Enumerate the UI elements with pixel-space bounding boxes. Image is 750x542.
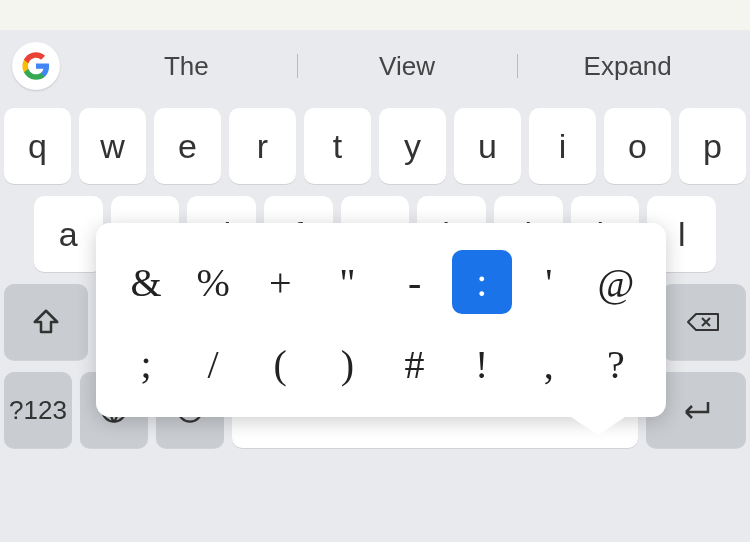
popup-key-slash[interactable]: / <box>183 332 243 396</box>
symbols-key[interactable]: ?123 <box>4 372 72 448</box>
popup-key-rparen[interactable]: ) <box>317 332 377 396</box>
key-row-1: q w e r t y u i o p <box>4 108 746 184</box>
popup-key-hash[interactable]: # <box>385 332 445 396</box>
popup-key-colon[interactable]: : <box>452 250 512 314</box>
popup-key-at[interactable]: @ <box>586 250 646 314</box>
google-icon[interactable] <box>12 42 60 90</box>
suggestion-2[interactable]: View <box>297 51 518 82</box>
popup-key-dquote[interactable]: " <box>317 250 377 314</box>
key-q[interactable]: q <box>4 108 71 184</box>
popup-key-comma[interactable]: , <box>519 332 579 396</box>
shift-icon <box>31 307 61 337</box>
backspace-key[interactable] <box>662 284 746 360</box>
popup-key-percent[interactable]: % <box>183 250 243 314</box>
suggestion-3[interactable]: Expand <box>517 51 738 82</box>
key-r[interactable]: r <box>229 108 296 184</box>
popup-key-lparen[interactable]: ( <box>250 332 310 396</box>
popup-key-squote[interactable]: ' <box>519 250 579 314</box>
key-y[interactable]: y <box>379 108 446 184</box>
key-t[interactable]: t <box>304 108 371 184</box>
key-p[interactable]: p <box>679 108 746 184</box>
key-w[interactable]: w <box>79 108 146 184</box>
key-u[interactable]: u <box>454 108 521 184</box>
suggestion-1[interactable]: The <box>76 51 297 82</box>
enter-icon <box>678 398 714 422</box>
key-e[interactable]: e <box>154 108 221 184</box>
popup-key-dash[interactable]: - <box>385 250 445 314</box>
popup-key-plus[interactable]: + <box>250 250 310 314</box>
popup-key-semicolon[interactable]: ; <box>116 332 176 396</box>
symbol-popup: & % + " - : ' @ ; / ( ) # ! , ? <box>96 223 666 417</box>
key-o[interactable]: o <box>604 108 671 184</box>
suggestion-bar: The View Expand <box>0 30 750 102</box>
popup-row-2: ; / ( ) # ! , ? <box>116 323 646 405</box>
popup-key-bang[interactable]: ! <box>452 332 512 396</box>
popup-key-amp[interactable]: & <box>116 250 176 314</box>
key-i[interactable]: i <box>529 108 596 184</box>
content-area-edge <box>0 0 750 30</box>
popup-row-1: & % + " - : ' @ <box>116 241 646 323</box>
shift-key[interactable] <box>4 284 88 360</box>
popup-key-question[interactable]: ? <box>586 332 646 396</box>
backspace-icon <box>686 307 722 337</box>
key-a[interactable]: a <box>34 196 103 272</box>
